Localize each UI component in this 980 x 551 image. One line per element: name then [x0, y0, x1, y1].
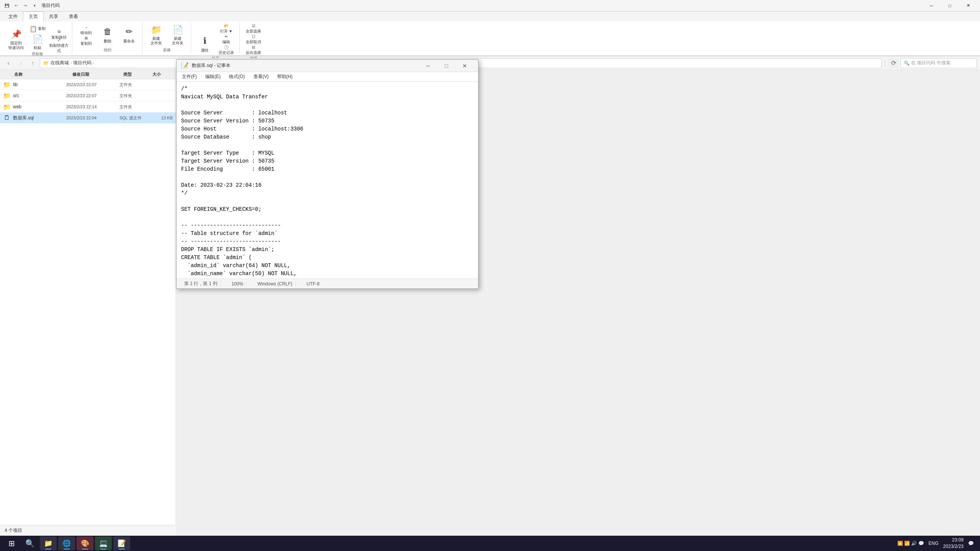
- move-icon: →: [84, 25, 88, 29]
- file-row[interactable]: 📁 lib 2023/2/23 22:07 文件夹: [0, 79, 176, 90]
- col-header-type: 类型: [122, 72, 151, 77]
- maximize-button[interactable]: □: [941, 0, 959, 11]
- menu-edit[interactable]: 编辑(E): [201, 72, 224, 82]
- col-header-name: 名称: [13, 72, 71, 77]
- redo-icon[interactable]: ↪: [21, 2, 29, 10]
- encoding: UTF-8: [304, 281, 323, 287]
- title-bar: 💾 ↩ ↪ ▾ 项目代码 ─ □ ✕: [0, 0, 980, 11]
- edit-button[interactable]: ✏ 编辑: [216, 34, 236, 44]
- ribbon-group-organize: → 移动到 ⊞ 复制到 🗑 删除 ✏ 重命名 组织: [73, 23, 142, 54]
- taskbar-explorer[interactable]: 📁: [40, 536, 57, 550]
- new-folder-button[interactable]: 📁 新建文件夹: [146, 24, 166, 46]
- ribbon-group-open: ℹ 属性 📂 打开 ▼ ✏ 编辑 🕐 历史记录: [192, 23, 240, 54]
- file-type: 文件夹: [119, 93, 150, 99]
- file-type: 文件夹: [119, 104, 150, 110]
- open-icon: 📂: [224, 24, 229, 28]
- copy-to-button[interactable]: ⊞ 复制到: [76, 36, 96, 46]
- pin-icon: 📌: [10, 29, 22, 40]
- ribbon-tab-bar: 文件 主页 共享 查看: [0, 11, 980, 21]
- notepad-titlebar: 📝 数据库.sql - 记事本 ─ □ ✕: [176, 60, 478, 72]
- taskbar-keyboard: ENG: [929, 541, 939, 546]
- path-segment-current: 项目代码: [73, 60, 91, 66]
- close-button[interactable]: ✕: [959, 0, 977, 11]
- open-button[interactable]: 📂 打开 ▼: [216, 24, 236, 34]
- taskbar-notepad[interactable]: 📝: [113, 536, 130, 550]
- properties-icon: ℹ: [199, 35, 211, 47]
- properties-button[interactable]: ℹ 属性: [195, 33, 215, 55]
- save-icon[interactable]: 💾: [3, 2, 11, 10]
- paste-icon: 📄: [31, 34, 44, 44]
- organize-label: 组织: [104, 47, 111, 53]
- file-date: 2023/2/23 22:14: [66, 104, 119, 109]
- notepad-menubar: 文件(F) 编辑(E) 格式(O) 查看(V) 帮助(H): [176, 72, 478, 82]
- file-row[interactable]: 📁 web 2023/2/23 22:14 文件夹: [0, 101, 176, 112]
- search-taskbar-button[interactable]: 🔍: [21, 536, 38, 550]
- col-header-size: 大小: [151, 72, 173, 77]
- notepad-content[interactable]: /* Navicat MySQL Data Transfer Source Se…: [176, 82, 478, 279]
- undo-icon[interactable]: ↩: [12, 2, 20, 10]
- date-display: 2023/2/23: [943, 543, 964, 550]
- new-file-icon: 📄: [172, 24, 184, 36]
- file-row[interactable]: 📁 src 2023/2/23 22:07 文件夹: [0, 90, 176, 101]
- taskbar-chrome[interactable]: 🌐: [58, 536, 75, 550]
- history-icon: 🕐: [224, 45, 229, 49]
- tab-file[interactable]: 文件: [3, 12, 23, 21]
- main-area: 名称 修改日期 类型 大小 📁 lib 2023/2/23 22:07 文件夹 …: [0, 70, 980, 541]
- new-file-button[interactable]: 📄 新建文件夹: [168, 24, 188, 46]
- notepad-minimize-button[interactable]: ─: [419, 60, 437, 72]
- file-icon: 📁: [3, 81, 11, 88]
- forward-button[interactable]: ›: [15, 58, 26, 68]
- deselect-all-button[interactable]: ☐ 全部取消: [243, 34, 263, 44]
- invert-selection-button[interactable]: ⊟ 反向选择: [243, 45, 263, 55]
- pin-button[interactable]: 📌 固定到快速访问: [6, 28, 26, 51]
- notepad-close-button[interactable]: ✕: [456, 60, 474, 72]
- delete-button[interactable]: 🗑 删除: [98, 24, 118, 46]
- history-button[interactable]: 🕐 历史记录: [216, 45, 236, 55]
- delete-icon: 🗑: [101, 26, 114, 38]
- menu-format[interactable]: 格式(O): [225, 72, 248, 82]
- file-row[interactable]: 🗒 数据库.sql 2023/2/23 22:04 SQL 源文件 13 KB: [0, 112, 176, 124]
- paste-button[interactable]: 📄 粘贴: [28, 34, 47, 51]
- menu-file[interactable]: 文件(F): [178, 72, 201, 82]
- start-button[interactable]: ⊞: [3, 536, 20, 550]
- file-name: web: [13, 104, 66, 109]
- ribbon-open-items: ℹ 属性 📂 打开 ▼ ✏ 编辑 🕐 历史记录: [195, 24, 236, 55]
- quick-access-toolbar: 💾 ↩ ↪ ▾: [3, 2, 38, 10]
- menu-help[interactable]: 帮助(H): [273, 72, 297, 82]
- new-folder-icon: 📁: [150, 24, 162, 36]
- window-controls: ─ □ ✕: [923, 0, 977, 11]
- menu-view[interactable]: 查看(V): [250, 72, 273, 82]
- deselect-icon: ☐: [252, 34, 255, 39]
- copy-button[interactable]: 📋 复制: [28, 24, 47, 34]
- file-size: 13 KB: [150, 116, 173, 120]
- line-ending: Windows (CRLF): [254, 281, 296, 287]
- refresh-button[interactable]: ⟳: [888, 58, 899, 68]
- status-text: 4 个项目: [5, 527, 22, 534]
- minimize-button[interactable]: ─: [923, 0, 940, 11]
- tab-share[interactable]: 共享: [44, 12, 64, 21]
- taskbar-terminal[interactable]: 💻: [95, 536, 112, 550]
- address-bar: ‹ › ↑ 📁 在线商城 › 项目代码 › ⟳ 🔍 在 项目代码 中搜索: [0, 56, 980, 70]
- folder-icon: 📁: [43, 60, 49, 66]
- rename-button[interactable]: ✏ 重命名: [119, 24, 139, 46]
- taskbar-editor[interactable]: 🎨: [77, 536, 93, 550]
- move-to-button[interactable]: → 移动到: [76, 25, 96, 35]
- dropdown-icon[interactable]: ▾: [31, 2, 38, 10]
- search-box[interactable]: 🔍 在 项目代码 中搜索: [900, 58, 977, 68]
- back-button[interactable]: ‹: [3, 58, 14, 68]
- notepad-maximize-button[interactable]: □: [438, 60, 455, 72]
- select-all-button[interactable]: ☑ 全部选择: [243, 24, 263, 34]
- ribbon-new-items: 📁 新建文件夹 📄 新建文件夹: [146, 24, 188, 46]
- search-placeholder: 在 项目代码 中搜索: [911, 60, 951, 66]
- tab-view[interactable]: 查看: [64, 12, 83, 21]
- file-rows: 📁 lib 2023/2/23 22:07 文件夹 📁 src 2023/2/2…: [0, 79, 176, 124]
- file-type: 文件夹: [119, 82, 150, 88]
- paste-shortcut-button[interactable]: ⤢ 粘贴快捷方式: [49, 41, 69, 51]
- copy-path-icon: ⧉: [58, 29, 60, 34]
- taskbar-time: 23:09 2023/2/23: [943, 537, 964, 550]
- up-button[interactable]: ↑: [28, 58, 38, 68]
- tab-home[interactable]: 主页: [23, 11, 44, 22]
- invert-icon: ⊟: [252, 45, 255, 49]
- notification-icon[interactable]: 💬: [968, 541, 974, 546]
- chevron-right-icon: ›: [93, 61, 94, 65]
